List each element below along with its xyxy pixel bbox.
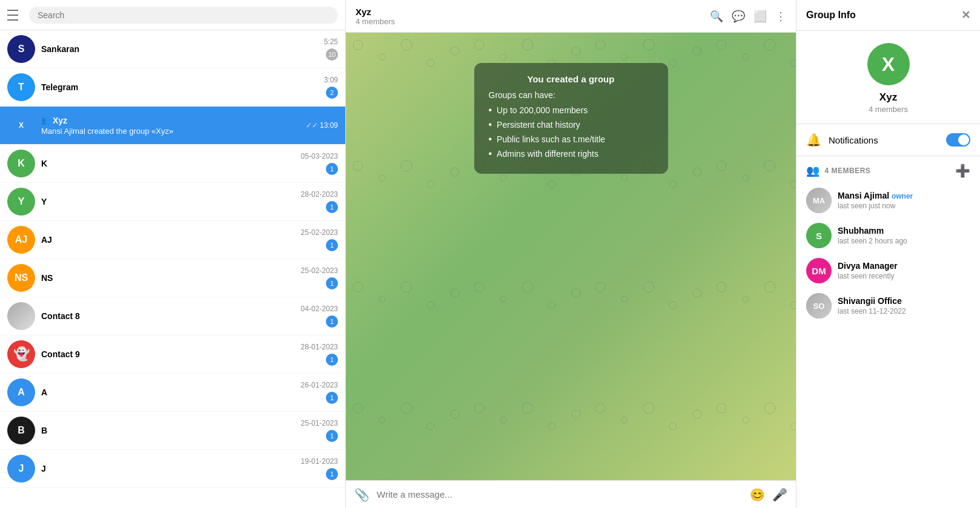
search-icon[interactable]: 🔍 [710,10,723,23]
message-input-area: 📎 😊 🎤 [346,480,796,508]
chat-info: Contact 9 [41,349,301,359]
member-status: last seen recently [838,272,970,280]
member-name: Shubhamm [838,226,970,236]
add-member-icon[interactable]: ➕ [955,163,970,178]
chat-name: 👥Xyz [41,116,306,125]
chat-info: Contact 8 [41,311,301,321]
chat-name: AJ [41,235,301,245]
unread-badge: 2 [326,87,338,99]
chat-item[interactable]: X 👥Xyz Mansi Ajimal created the group «X… [0,107,345,145]
chat-info: J [41,464,301,473]
chat-time: 28-01-2023 [301,343,338,351]
group-info-title: Group Info [806,10,856,21]
member-avatar: MA [806,188,832,213]
chat-name: Sankaran [41,44,324,54]
right-panel: Group Info ✕ X Xyz 4 members 🔔 Notificat… [796,0,980,508]
chat-meta: 26-01-2023 1 [301,381,338,404]
chat-header-subtitle: 4 members [356,17,710,26]
member-item[interactable]: DM Divya Manager last seen recently [796,253,980,288]
member-name: Divya Manager [838,261,970,271]
chat-item[interactable]: T Telegram 3:09 2 [0,68,345,107]
member-item[interactable]: S Shubhamm last seen 2 hours ago [796,218,980,253]
member-name: Shivangii Office [838,296,970,306]
emoji-icon[interactable]: 😊 [750,487,765,502]
unread-badge: 1 [326,277,338,289]
chat-time: 25-01-2023 [301,419,338,427]
more-icon[interactable]: ⋮ [775,10,786,23]
chat-info: Sankaran [41,44,324,54]
chat-time: 25-02-2023 [301,266,338,275]
chat-time: 04-02-2023 [301,305,338,313]
menu-icon[interactable] [7,8,22,22]
chat-meta: 19-01-2023 1 [301,457,338,480]
member-name: Mansi Ajimal owner [838,191,970,200]
chat-info: Telegram [41,82,324,92]
chat-name: NS [41,273,301,283]
owner-label: owner [892,192,913,200]
member-status: last seen 2 hours ago [838,237,970,245]
attach-icon[interactable]: 📎 [354,487,369,502]
unread-badge: 1 [326,392,338,404]
avatar: X [7,111,35,139]
unread-badge: 1 [326,430,338,442]
chat-time: 3:09 [324,76,338,84]
members-count-label: 4 MEMBERS [825,167,871,175]
info-card-list: Up to 200,000 membersPersistent chat his… [489,105,654,159]
avatar: K [7,150,35,177]
chat-item[interactable]: 👻 Contact 9 28-01-2023 1 [0,335,345,374]
notifications-label: Notifications [829,135,939,145]
chat-item[interactable]: K K 05-03-2023 1 [0,145,345,183]
chat-time: 26-01-2023 [301,381,338,389]
message-icon[interactable]: 💬 [732,10,745,23]
info-card-subtitle: Groups can have: [489,90,654,100]
member-info: Divya Manager last seen recently [838,261,970,280]
member-item[interactable]: SO Shivangii Office last seen 11-12-2022 [796,288,980,323]
chat-time: 25-02-2023 [301,228,338,237]
chat-time: 5:25 [324,38,338,46]
chat-info: B [41,426,301,435]
chat-info: K [41,159,301,168]
member-item[interactable]: MA Mansi Ajimal owner last seen just now [796,183,980,218]
chat-header-info: Xyz 4 members [356,7,710,26]
chat-meta: 25-01-2023 1 [301,419,338,442]
chat-meta: 28-02-2023 1 [301,190,338,213]
unread-badge: 1 [326,201,338,213]
chat-item[interactable]: NS NS 25-02-2023 1 [0,259,345,297]
chat-name: A [41,388,301,397]
chat-preview: Mansi Ajimal created the group «Xyz» [41,127,306,136]
chat-item[interactable]: Contact 8 04-02-2023 1 [0,297,345,335]
chat-name: Contact 9 [41,349,301,359]
chat-time: ✓✓ 13:09 [306,121,338,130]
avatar: J [7,455,35,483]
group-indicator: 👥 [41,116,50,125]
chat-item[interactable]: Y Y 28-02-2023 1 [0,183,345,221]
chat-item[interactable]: B B 25-01-2023 1 [0,412,345,450]
chat-item[interactable]: A A 26-01-2023 1 [0,374,345,412]
chat-item[interactable]: AJ AJ 25-02-2023 1 [0,221,345,259]
avatar: T [7,73,35,101]
member-avatar: DM [806,258,832,283]
chat-info: 👥Xyz Mansi Ajimal created the group «Xyz… [41,116,306,136]
chat-meta: 3:09 2 [324,76,338,99]
mic-icon[interactable]: 🎤 [772,487,787,502]
member-avatar: SO [806,293,832,318]
chat-name: Telegram [41,82,324,92]
members-section: 👥 4 MEMBERS ➕ MA Mansi Ajimal owner last… [796,156,980,331]
member-avatar: S [806,223,832,248]
chat-name: B [41,426,301,435]
chat-item[interactable]: S Sankaran 5:25 10 [0,30,345,68]
chat-header-name: Xyz [356,7,710,17]
unread-badge: 1 [326,315,338,328]
close-icon[interactable]: ✕ [961,8,970,22]
chat-meta: 28-01-2023 1 [301,343,338,366]
search-input[interactable] [29,7,338,24]
layout-icon[interactable]: ⬜ [753,10,767,23]
notifications-toggle[interactable] [946,133,970,147]
message-input[interactable] [377,486,743,503]
unread-badge: 1 [326,354,338,366]
chat-name: J [41,464,301,473]
chat-item[interactable]: J J 19-01-2023 1 [0,450,345,488]
read-tick: ✓✓ [306,121,318,130]
info-card-title: You created a group [489,74,654,84]
info-point: Public links such as t.me/title [489,134,654,145]
